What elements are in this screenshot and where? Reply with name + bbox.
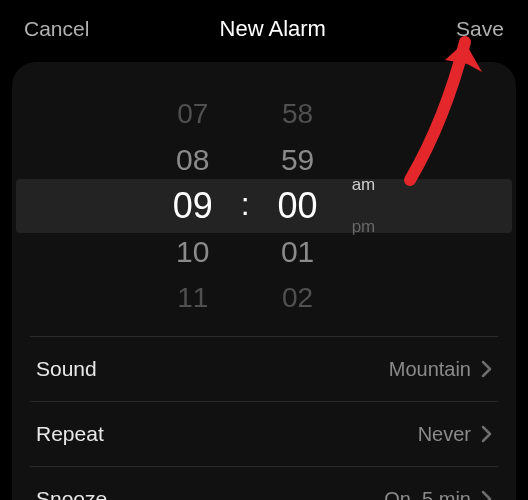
ampm-wheel[interactable]: ampm xyxy=(352,175,376,237)
picker-item[interactable]: 59 xyxy=(281,137,314,183)
setting-value: Mountain xyxy=(389,358,471,381)
picker-item[interactable]: 58 xyxy=(282,91,313,137)
picker-item[interactable]: 09 xyxy=(173,183,213,229)
hour-wheel[interactable]: 0708091011 xyxy=(153,91,233,321)
picker-item[interactable]: 01 xyxy=(281,229,314,275)
alarm-card: 0708091011 : 5859000102 ampm SoundMounta… xyxy=(12,62,516,500)
ampm-option[interactable]: pm xyxy=(352,217,376,237)
page-title: New Alarm xyxy=(220,16,326,42)
picker-item[interactable]: 02 xyxy=(282,275,313,321)
save-button[interactable]: Save xyxy=(456,17,504,41)
chevron-right-icon xyxy=(481,490,492,500)
picker-item[interactable]: 07 xyxy=(177,91,208,137)
setting-value: On, 5 min xyxy=(384,488,471,501)
time-picker[interactable]: 0708091011 : 5859000102 ampm xyxy=(12,76,516,336)
picker-item[interactable]: 11 xyxy=(177,275,208,321)
cancel-button[interactable]: Cancel xyxy=(24,17,89,41)
setting-value: Never xyxy=(418,423,471,446)
setting-row-sound[interactable]: SoundMountain xyxy=(30,336,498,401)
picker-item[interactable]: 08 xyxy=(176,137,209,183)
setting-label: Sound xyxy=(36,357,97,381)
time-colon: : xyxy=(233,183,258,229)
setting-label: Snooze xyxy=(36,487,107,500)
picker-item[interactable]: 10 xyxy=(176,229,209,275)
setting-row-repeat[interactable]: RepeatNever xyxy=(30,401,498,466)
setting-row-snooze[interactable]: SnoozeOn, 5 min xyxy=(30,466,498,500)
picker-item[interactable]: 00 xyxy=(278,183,318,229)
minute-wheel[interactable]: 5859000102 xyxy=(258,91,338,321)
ampm-option[interactable]: am xyxy=(352,175,376,195)
chevron-right-icon xyxy=(481,360,492,378)
settings-list: SoundMountainRepeatNeverSnoozeOn, 5 min xyxy=(12,336,516,500)
setting-label: Repeat xyxy=(36,422,104,446)
chevron-right-icon xyxy=(481,425,492,443)
header: Cancel New Alarm Save xyxy=(0,0,528,54)
